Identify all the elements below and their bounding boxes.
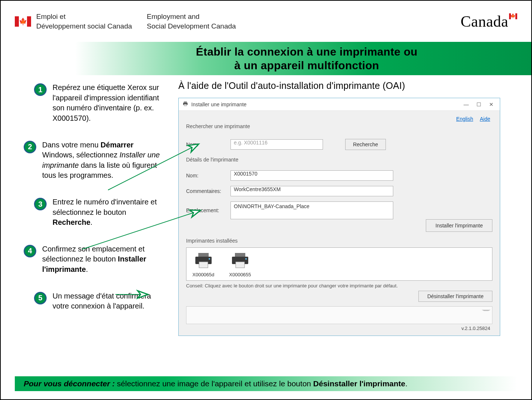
printer-icon (230, 264, 250, 270)
canada-flag-icon: 🍁 (15, 16, 31, 27)
installed-printers-list: X000065d X0000655 (186, 247, 492, 281)
window-controls: — ☐ ✕ (460, 99, 498, 110)
footer-bar: Pour vous déconnecter : sélectionnez une… (15, 376, 517, 391)
dept-text-fr: Emploi et Développement social Canada (36, 12, 132, 31)
svg-point-5 (209, 258, 210, 260)
minimize-icon[interactable]: — (460, 99, 472, 110)
installed-printer-item[interactable]: X000065d (192, 252, 214, 277)
svg-rect-10 (236, 262, 245, 268)
english-link[interactable]: English (456, 116, 473, 122)
wordmark-text: Canada (461, 13, 508, 30)
detail-location-row: Emplacement: ON\NORTH_BAY-Canada_Place (186, 201, 492, 219)
page-title: Établir la connexion à une imprimante ou… (196, 45, 418, 73)
step-4: 4 Confirmez son emplacement et sélection… (24, 244, 167, 275)
svg-rect-0 (184, 101, 187, 103)
step-2-text: Dans votre menu Démarrer Windows, sélect… (42, 140, 167, 181)
section-subtitle: À l'aide de l'Outil d'auto-installation … (178, 80, 517, 91)
svg-point-9 (245, 258, 247, 260)
status-box (186, 306, 492, 324)
dept-fr-line1: Emploi et (36, 12, 132, 21)
install-button[interactable]: Installer l'imprimante (426, 219, 492, 232)
header-left: 🍁 Emploi et Développement social Canada … (15, 12, 236, 31)
printer-app-icon (182, 101, 188, 108)
document-page: 🍁 Emploi et Développement social Canada … (0, 0, 532, 400)
step-4-text: Confirmez son emplacement et sélectionne… (42, 244, 167, 275)
main-content: 1 Repérez une étiquette Xerox sur l'appa… (1, 75, 531, 336)
footer-text: Pour vous déconnecter : sélectionnez une… (24, 379, 407, 388)
step-1: 1 Repérez une étiquette Xerox sur l'appa… (34, 83, 167, 123)
step-3: 3 Entrez le numéro d'inventaire et sélec… (34, 197, 167, 228)
printer-icon (193, 264, 214, 270)
step-5: 5 Un message d'état confirmera votre con… (34, 291, 167, 311)
canada-flag-icon: 🍁 (509, 13, 517, 19)
install-row: Installer l'imprimante (186, 219, 492, 232)
installed-group: Imprimantes installées X000065d (186, 238, 492, 302)
details-group-title: Détails de l'imprimante (186, 157, 492, 163)
window-topbar: English Aide (186, 116, 492, 122)
steps-column: 1 Repérez une étiquette Xerox sur l'appa… (34, 80, 167, 336)
window-title-left: Installer une imprimante (182, 101, 246, 108)
dept-en-line2: Social Development Canada (147, 21, 236, 31)
title-line1: Établir la connexion à une imprimante ou (196, 45, 418, 59)
window-titlebar: Installer une imprimante — ☐ ✕ (179, 98, 500, 111)
dept-text-en: Employment and Social Development Canada (147, 12, 236, 31)
help-link[interactable]: Aide (480, 116, 490, 122)
page-header: 🍁 Emploi et Développement social Canada … (1, 1, 531, 38)
search-row: Nom: e.g. X0001116 Recherche (186, 139, 492, 150)
search-group-title: Rechercher une imprimante (186, 123, 492, 129)
step-number-icon: 1 (34, 83, 47, 96)
version-label: v.2.1.0.25824 (186, 324, 492, 332)
installed-printer-item[interactable]: X0000655 (229, 252, 251, 277)
oai-window: Installer une imprimante — ☐ ✕ English A… (178, 98, 500, 336)
gov-signature-fr: 🍁 Emploi et Développement social Canada (15, 12, 132, 31)
step-1-text: Repérez une étiquette Xerox sur l'appare… (53, 83, 167, 123)
title-bar: Établir la connexion à une imprimante ou… (1, 42, 531, 75)
detail-comments-row: Commentaires: WorkCentre3655XM (186, 186, 492, 196)
detail-location-value: ON\NORTH_BAY-Canada_Place (230, 201, 393, 219)
uninstall-row: Désinstaller l'imprimante (186, 291, 492, 302)
nom-label: Nom: (186, 173, 230, 179)
maximize-icon[interactable]: ☐ (472, 99, 485, 110)
detail-nom-row: Nom: X0001570 (186, 170, 492, 181)
comments-label: Commentaires: (186, 188, 230, 194)
printer-name: X0000655 (229, 272, 251, 277)
uninstall-button[interactable]: Désinstaller l'imprimante (418, 291, 492, 302)
step-2: 2 Dans votre menu Démarrer Windows, séle… (24, 140, 167, 181)
dept-en-line1: Employment and (147, 12, 236, 21)
installed-group-title: Imprimantes installées (186, 238, 492, 244)
detail-comments-value: WorkCentre3655XM (230, 186, 393, 196)
step-3-text: Entrez le numéro d'inventaire et sélecti… (53, 197, 167, 228)
svg-rect-2 (184, 104, 187, 106)
gov-signature-en: Employment and Social Development Canada (147, 12, 236, 31)
step-number-icon: 4 (24, 245, 36, 257)
svg-rect-7 (235, 253, 245, 257)
title-line2: à un appareil multifonction (196, 59, 418, 73)
details-group: Détails de l'imprimante Nom: X0001570 Co… (186, 157, 492, 232)
step-number-icon: 2 (24, 141, 36, 153)
search-input[interactable]: e.g. X0001116 (230, 139, 323, 150)
nom-label: Nom: (186, 141, 230, 147)
close-icon[interactable]: ✕ (485, 99, 498, 110)
window-body: English Aide Rechercher une imprimante N… (179, 111, 500, 336)
tip-text: Conseil: Cliquez avec le bouton droit su… (186, 283, 492, 289)
detail-nom-value: X0001570 (230, 170, 393, 181)
search-button[interactable]: Recherche (345, 139, 386, 150)
step-5-text: Un message d'état confirmera votre conne… (53, 291, 167, 311)
canada-wordmark: Canada 🍁 (461, 13, 517, 30)
printer-name: X000065d (192, 272, 214, 277)
svg-rect-6 (199, 262, 208, 268)
right-column: À l'aide de l'Outil d'auto-installation … (178, 80, 517, 336)
window-title: Installer une imprimante (191, 101, 246, 107)
search-group: Rechercher une imprimante Nom: e.g. X000… (186, 123, 492, 150)
step-number-icon: 5 (34, 292, 47, 304)
step-number-icon: 3 (34, 198, 47, 210)
location-label: Emplacement: (186, 207, 230, 213)
dept-fr-line2: Développement social Canada (36, 21, 132, 31)
svg-rect-3 (198, 253, 209, 257)
